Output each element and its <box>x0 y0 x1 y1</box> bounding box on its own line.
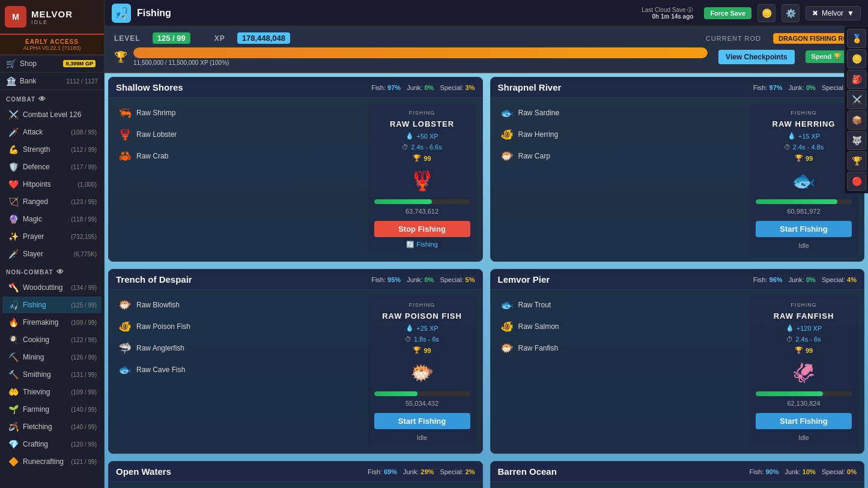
sidebar-item-woodcutting[interactable]: 🪓 Woodcutting (134 / 99) <box>2 279 102 296</box>
area-body: 🐟 Raw Trout 🐠 Raw Salmon 🐡 Raw Fanfish F… <box>491 290 864 453</box>
sidebar-item-runecrafting[interactable]: 🔶 Runecrafting (121 / 99) <box>2 453 102 470</box>
junk-pct-stat: Junk: 10% <box>785 468 816 475</box>
area-name: Shrapnel River <box>498 82 747 92</box>
sidebar-item-defence[interactable]: 🛡️ Defence (117 / 99) <box>2 158 102 175</box>
crafting-levels: (120 / 99) <box>71 441 97 448</box>
cloud-save-time: 0h 1m 14s ago <box>652 13 693 20</box>
sidebar-item-cooking[interactable]: 🍳 Cooking (122 / 99) <box>2 331 102 348</box>
xp-icon: 💧 <box>405 324 414 332</box>
sidebar-item-fishing[interactable]: 🎣 Fishing (125 / 99) <box>2 297 102 313</box>
current-fish-image: 🦞 <box>410 169 434 192</box>
start-fishing-button[interactable]: Start Fishing <box>374 413 470 429</box>
sidebar-item-farming[interactable]: 🌱 Farming (140 / 99) <box>2 401 102 418</box>
sidebar-item-strength[interactable]: 💪 Strength (112 / 99) <box>2 141 102 158</box>
early-access-banner: EARLY ACCESS ALPHA V0.22.1 (?1183) <box>0 35 104 55</box>
fish-icon: 🐠 <box>118 320 132 333</box>
right-icon-btn-5[interactable]: 🐺 <box>847 131 866 150</box>
sidebar-item-attack[interactable]: 🗡️ Attack (108 / 99) <box>2 124 102 140</box>
combat-visibility-toggle[interactable]: 👁 <box>38 95 46 103</box>
right-icon-btn-2[interactable]: 🎒 <box>847 70 866 89</box>
smithing-label: Smithing <box>23 370 67 379</box>
sidebar-item-crafting[interactable]: 💎 Crafting (120 / 99) <box>2 436 102 453</box>
xp-stat-row: 💧 +120 XP <box>786 324 822 332</box>
view-checkpoints-button[interactable]: View Checkpoints <box>718 50 794 64</box>
sidebar-item-bank[interactable]: 🏦 Bank 1112 / 1127 <box>0 73 104 90</box>
fish-icon: 🐡 <box>500 149 514 163</box>
slayer-levels: (6,775K) <box>74 251 97 258</box>
runecrafting-icon: 🔶 <box>7 456 19 468</box>
right-icon-btn-0[interactable]: 🏅 <box>847 29 866 48</box>
trophy-icon: 🏆 <box>795 154 803 162</box>
xp-icon: 💧 <box>786 324 794 332</box>
right-icon-btn-3[interactable]: ⚔️ <box>847 90 866 109</box>
right-icon-btn-6[interactable]: 🏆 <box>847 151 866 170</box>
fishing-current-fish-name: RAW POISON FISH <box>382 312 462 321</box>
fletching-label: Fletching <box>23 423 67 431</box>
ranged-levels: (123 / 99) <box>71 199 97 205</box>
fish-count: 55,034,432 <box>405 400 439 407</box>
xp-bar-outer <box>133 47 708 58</box>
fishing-area-shallow-shores: Shallow Shores Fish: 97% Junk: 0% Specia… <box>108 77 483 262</box>
prayer-levels: (732,195) <box>71 233 97 240</box>
fishing-status: Idle <box>798 434 809 441</box>
sidebar: M MELVOR IDLE EARLY ACCESS ALPHA V0.22.1… <box>0 0 105 488</box>
area-name: Shallow Shores <box>116 82 365 92</box>
level-label: LEVEL <box>114 34 141 43</box>
ranged-icon: 🏹 <box>7 196 19 208</box>
farming-label: Farming <box>23 405 67 414</box>
sidebar-item-shop[interactable]: 🛒 Shop 9,399M GP <box>0 55 104 73</box>
logo-icon: M <box>5 6 26 28</box>
sidebar-item-magic[interactable]: 🔮 Magic (118 / 99) <box>2 211 102 227</box>
start-fishing-button[interactable]: Start Fishing <box>756 221 852 237</box>
topbar-settings-icon[interactable]: ⚙️ <box>782 4 800 22</box>
right-icon-btn-4[interactable]: 📦 <box>847 110 866 130</box>
xp-stat-row: 💧 +50 XP <box>405 132 438 140</box>
fishing-status: Idle <box>417 434 428 441</box>
fish-progress-fill <box>756 199 837 204</box>
sidebar-item-slayer[interactable]: 🗡️ Slayer (6,775K) <box>2 246 102 262</box>
sidebar-item-combat-level[interactable]: ⚔️ Combat Level 126 <box>2 106 102 123</box>
special-pct-stat: Special: 3% <box>440 84 475 91</box>
sidebar-item-ranged[interactable]: 🏹 Ranged (123 / 99) <box>2 193 102 210</box>
noncombat-visibility-toggle[interactable]: 👁 <box>56 268 64 276</box>
xp-icon: 💧 <box>405 132 414 140</box>
right-icon-btn-7[interactable]: 🔴 <box>847 172 866 191</box>
topbar-coin-icon[interactable]: 🪙 <box>757 4 775 22</box>
magic-icon: 🔮 <box>7 213 19 225</box>
fish-count: 62,130,824 <box>787 400 820 407</box>
user-menu-button[interactable]: ✖ Melvor ▼ <box>806 6 861 20</box>
sidebar-item-mining[interactable]: ⛏️ Mining (126 / 99) <box>2 349 102 366</box>
fish-icon: 🐠 <box>500 128 514 141</box>
sidebar-item-fletching[interactable]: 🪃 Fletching (140 / 99) <box>2 418 102 435</box>
stop-fishing-button[interactable]: Stop Fishing <box>374 221 470 237</box>
area-body: 🐟 Raw Sardine 🐠 Raw Herring 🐡 Raw Carp F… <box>491 98 864 261</box>
fish-pct-stat: Fish: 97% <box>753 84 783 91</box>
combat-level-label: Combat Level 126 <box>23 110 93 119</box>
area-name: Trench of Despair <box>116 274 365 285</box>
noncombat-items: 🪓 Woodcutting (134 / 99) 🎣 Fishing (125 … <box>0 279 104 471</box>
sidebar-item-hitpoints[interactable]: ❤️ Hitpoints (1,000) <box>2 176 102 193</box>
xp-bar-fill <box>133 47 708 58</box>
sidebar-item-prayer[interactable]: ✨ Prayer (732,195) <box>2 228 102 245</box>
sidebar-item-firemaking[interactable]: 🔥 Firemaking (109 / 99) <box>2 314 102 331</box>
fish-icon: 🦈 <box>118 342 132 355</box>
fish-name: Raw Carp <box>518 152 550 160</box>
right-icon-btn-1[interactable]: 🪙 <box>847 49 866 68</box>
sidebar-item-thieving[interactable]: 🤲 Thieving (109 / 99) <box>2 384 102 400</box>
trophy-icon: 🏆 <box>413 154 421 162</box>
fish-pct-stat: Fish: 90% <box>750 468 779 475</box>
start-fishing-button[interactable]: Start Fishing <box>756 413 852 429</box>
force-save-button[interactable]: Force Save <box>704 7 751 19</box>
thieving-icon: 🤲 <box>7 386 19 398</box>
sidebar-item-smithing[interactable]: 🔨 Smithing (131 / 99) <box>2 366 102 383</box>
prayer-icon: ✨ <box>7 230 19 242</box>
fish-progress-bar <box>756 199 852 204</box>
prayer-label: Prayer <box>23 232 67 241</box>
fishing-area-trench-of-despair: Trench of Despair Fish: 95% Junk: 0% Spe… <box>108 269 483 454</box>
logo-sub: IDLE <box>31 19 73 25</box>
content-wrapper: LEVEL 125 / 99 XP 178,448,048 CURRENT RO… <box>105 26 868 488</box>
fishing-info-panel: FISHING RAW POISON FISH 💧 +25 XP ⏱ 1.8s … <box>368 296 476 447</box>
fishing-info-panel: FISHING RAW HERRING 💧 +15 XP ⏱ 2.4s - 4.… <box>750 104 858 255</box>
smithing-levels: (131 / 99) <box>71 372 97 378</box>
cooking-label: Cooking <box>23 336 67 344</box>
